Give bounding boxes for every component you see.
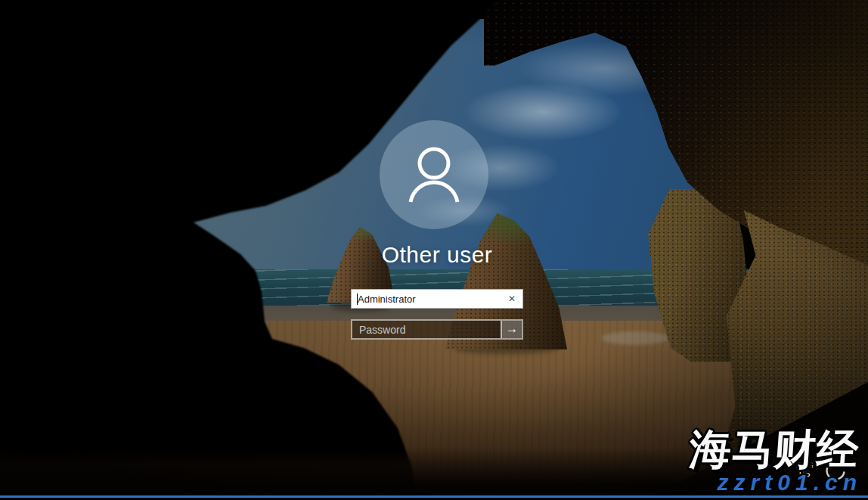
language-region-label: US [796, 470, 814, 478]
language-indicator[interactable]: ENG US [796, 461, 814, 478]
submit-arrow-icon[interactable]: → [501, 321, 522, 338]
password-field[interactable]: → [351, 319, 523, 340]
username-field[interactable]: ✕ [351, 289, 523, 309]
login-form: Other user ✕ → [0, 0, 868, 500]
bottom-blue-rule [0, 495, 868, 498]
windows-login-screen: Other user ✕ → ENG US 海马财经 zzrt01.cn [0, 0, 868, 500]
user-icon [380, 120, 488, 229]
other-user-label: Other user [328, 242, 546, 268]
clear-username-icon[interactable]: ✕ [505, 290, 519, 308]
username-input[interactable] [352, 290, 522, 308]
text-caret [357, 293, 358, 305]
rotate-arrow-icon[interactable] [821, 457, 848, 484]
password-input[interactable] [352, 321, 501, 338]
user-avatar [380, 120, 488, 229]
